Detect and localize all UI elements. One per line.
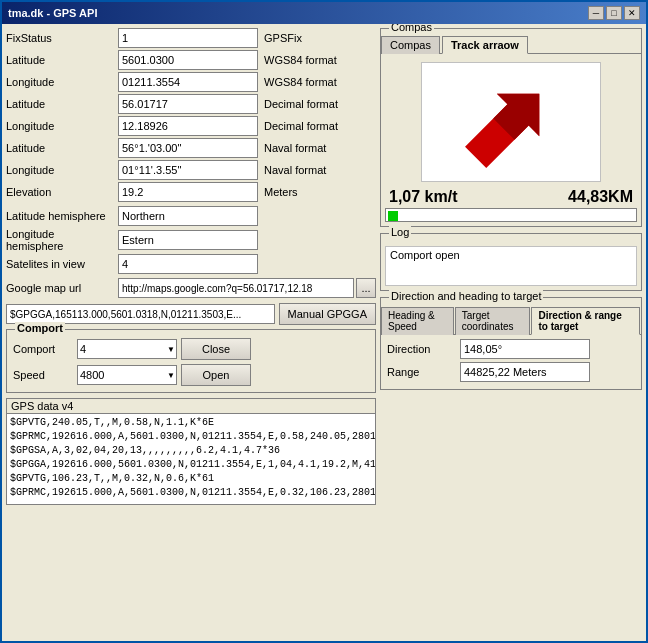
lat-wgs-label: Latitude: [6, 54, 116, 66]
range-row: Range: [387, 362, 635, 382]
main-window: tma.dk - GPS API ─ □ ✕ FixStatus GPSFix …: [0, 0, 648, 643]
lat-dec-label: Latitude: [6, 98, 116, 110]
gps-line-6: $GPRMC,192615.000,A,5601.0300,N,01211.35…: [10, 486, 372, 500]
comport-label: Comport: [13, 343, 73, 355]
gps-line-1: $GPVTG,240.05,T,,M,0.58,N,1.1,K*6E: [10, 416, 372, 430]
gps-data-section: GPS data v4 $GPVTG,240.05,T,,M,0.58,N,1.…: [6, 398, 376, 505]
main-content: FixStatus GPSFix Latitude WGS84 format L…: [2, 24, 646, 641]
gps-line-3: $GPGSA,A,3,02,04,20,13,,,,,,,,,6.2,4.1,4…: [10, 444, 372, 458]
log-section: Log Comport open: [380, 233, 642, 291]
form-grid: FixStatus GPSFix Latitude WGS84 format L…: [6, 28, 376, 202]
speed-label: Speed: [13, 369, 73, 381]
fixstatus-desc: GPSFix: [260, 32, 376, 44]
speed-distance-row: 1,07 km/t 44,83KM: [385, 186, 637, 208]
progress-bar-fill: [388, 211, 398, 221]
lon-nav-label: Longitude: [6, 164, 116, 176]
lon-wgs-input[interactable]: [118, 72, 258, 92]
lon-hemi-label: Longitude hemisphere: [6, 228, 116, 252]
gps-line-5: $GPVTG,106.23,T,,M,0.32,N,0.6,K*61: [10, 472, 372, 486]
direction-row: Direction: [387, 339, 635, 359]
lat-hemi-label: Latitude hemisphere: [6, 210, 116, 222]
log-content: Comport open: [390, 249, 460, 261]
log-legend: Log: [389, 226, 411, 238]
dir-range-tab[interactable]: Direction & range to target: [531, 307, 640, 335]
progress-bar-container: [385, 208, 637, 222]
gps-data-text: $GPVTG,240.05,T,,M,0.58,N,1.1,K*6E $GPRM…: [7, 414, 375, 504]
lat-nav-label: Latitude: [6, 142, 116, 154]
track-arrow-tab[interactable]: Track arraow: [442, 36, 528, 54]
comport-legend: Comport: [15, 322, 65, 334]
close-button[interactable]: ✕: [624, 6, 640, 20]
lon-nav-desc: Naval format: [260, 164, 376, 176]
google-dots-button[interactable]: ...: [356, 278, 376, 298]
direction-tab-bar: Heading & Speed Target coordinates Direc…: [381, 306, 641, 335]
gpgga-input[interactable]: [6, 304, 275, 324]
fixstatus-label: FixStatus: [6, 32, 116, 44]
elevation-input[interactable]: [118, 182, 258, 202]
google-map-row: Google map url ...: [6, 278, 376, 298]
lat-nav-desc: Naval format: [260, 142, 376, 154]
lon-nav-input[interactable]: [118, 160, 258, 180]
lat-wgs-desc: WGS84 format: [260, 54, 376, 66]
direction-value-input[interactable]: [460, 339, 590, 359]
track-arrow-svg: [441, 67, 581, 177]
close-comport-button[interactable]: Close: [181, 338, 251, 360]
direction-label: Direction: [387, 343, 457, 355]
gps-line-2: $GPRMC,192616.000,A,5601.0300,N,01211.35…: [10, 430, 372, 444]
title-bar-buttons: ─ □ ✕: [588, 6, 640, 20]
lon-dec-desc: Decimal format: [260, 120, 376, 132]
left-panel: FixStatus GPSFix Latitude WGS84 format L…: [6, 28, 376, 637]
satellites-input[interactable]: [118, 254, 258, 274]
lat-dec-input[interactable]: [118, 94, 258, 114]
speed-select[interactable]: 4800 9600 19200: [77, 365, 177, 385]
elevation-label: Elevation: [6, 186, 116, 198]
right-panel: Compas Compas Track arraow: [380, 28, 642, 637]
lat-nav-input[interactable]: [118, 138, 258, 158]
google-label: Google map url: [6, 282, 116, 294]
heading-speed-tab[interactable]: Heading & Speed: [381, 307, 454, 335]
lat-hemi-input[interactable]: [118, 206, 258, 226]
google-map-input[interactable]: [118, 278, 354, 298]
arrow-container: [421, 62, 601, 182]
comport-section: Comport Comport 4 1 2 3 Close Speed: [6, 329, 376, 393]
compas-body: 1,07 km/t 44,83KM: [381, 54, 641, 226]
compas-section: Compas Compas Track arraow: [380, 28, 642, 227]
fixstatus-input[interactable]: [118, 28, 258, 48]
compas-tab[interactable]: Compas: [381, 36, 440, 54]
range-label: Range: [387, 366, 457, 378]
compas-legend: Compas: [389, 24, 434, 33]
target-coord-tab[interactable]: Target coordinates: [455, 307, 531, 335]
lat-dec-desc: Decimal format: [260, 98, 376, 110]
direction-form: Direction Range: [381, 335, 641, 389]
log-body: Comport open: [385, 246, 637, 286]
maximize-button[interactable]: □: [606, 6, 622, 20]
title-bar: tma.dk - GPS API ─ □ ✕: [2, 2, 646, 24]
window-title: tma.dk - GPS API: [8, 7, 97, 19]
open-comport-button[interactable]: Open: [181, 364, 251, 386]
lat-wgs-input[interactable]: [118, 50, 258, 70]
satellites-label: Satelites in view: [6, 258, 116, 270]
elevation-desc: Meters: [260, 186, 376, 198]
comport-select-wrapper[interactable]: 4 1 2 3: [77, 339, 177, 359]
minimize-button[interactable]: ─: [588, 6, 604, 20]
direction-section: Direction and heading to target Heading …: [380, 297, 642, 390]
speed-select-wrapper[interactable]: 4800 9600 19200: [77, 365, 177, 385]
direction-legend: Direction and heading to target: [389, 290, 543, 302]
gps-data-label: GPS data v4: [7, 399, 375, 414]
lon-dec-label: Longitude: [6, 120, 116, 132]
hemisphere-grid: Latitude hemisphere Longitude hemisphere…: [6, 206, 376, 274]
comport-select[interactable]: 4 1 2 3: [77, 339, 177, 359]
range-value-input[interactable]: [460, 362, 590, 382]
gps-line-4: $GPGGA,192616.000,5601.0300,N,01211.3554…: [10, 458, 372, 472]
manual-gpgga-button[interactable]: Manual GPGGA: [279, 303, 376, 325]
distance-display: 44,83KM: [568, 188, 633, 206]
lon-hemi-input[interactable]: [118, 230, 258, 250]
lon-dec-input[interactable]: [118, 116, 258, 136]
lon-wgs-label: Longitude: [6, 76, 116, 88]
compas-tab-bar: Compas Track arraow: [381, 35, 641, 54]
comport-grid: Comport 4 1 2 3 Close Speed 4800: [13, 338, 369, 386]
lon-wgs-desc: WGS84 format: [260, 76, 376, 88]
speed-display: 1,07 km/t: [389, 188, 457, 206]
